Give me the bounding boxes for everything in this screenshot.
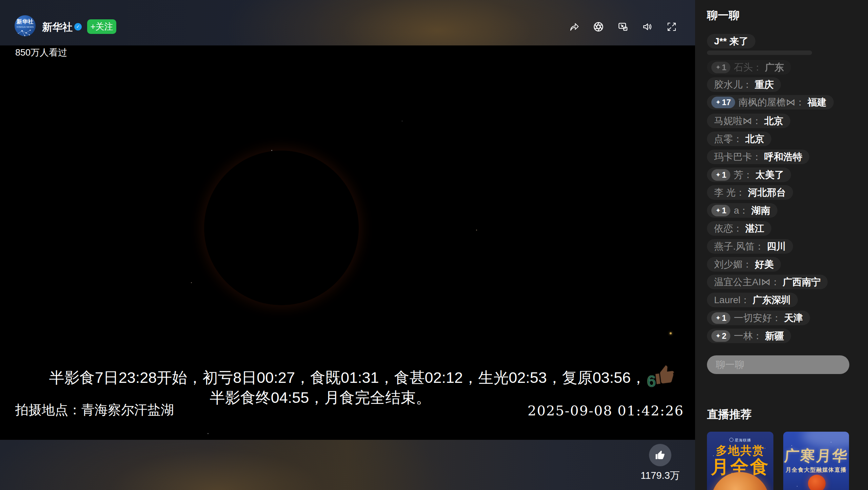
player-header: 新华社 XINHUA NEWS 新华社 ✓ +关注 [0,0,695,45]
channel-name[interactable]: 新华社 [42,20,73,34]
view-count-label: 850万人看过 [15,46,67,59]
fan-level-badge: ✦1 [711,62,730,73]
chat-message: 依恋：湛江 [707,221,771,236]
chat-text: 新疆 [765,330,784,342]
chat-username: 李 光： [714,186,745,199]
card-logo: 星海联播 [707,438,773,443]
chat-message: 玛卡巴卡：呼和浩特 [707,150,809,164]
chat-username: 芳： [734,169,753,181]
chat-message: 李 光：河北邢台 [707,185,793,200]
chat-username: Laurel： [714,294,750,307]
volume-icon[interactable] [642,22,652,32]
faded-message [707,51,812,55]
chat-message: 胶水儿：重庆 [707,77,781,92]
chat-username: 一林： [734,330,762,342]
star-dot [271,150,272,151]
chat-sidebar: 聊一聊 J** 来了✦1石头：广东胶水儿：重庆✦17南枫的屋檐⋈：福建马妮啦⋈：… [695,0,868,490]
broadcast-logo-icon [729,438,733,442]
chat-message: ✦17南枫的屋檐⋈：福建 [707,95,834,110]
card-subtitle: 月全食大型融媒体直播 [783,466,849,474]
chat-text: 福建 [808,96,827,109]
star-dot [402,121,402,121]
chat-text: J** 来了 [714,35,748,48]
chat-text: 重庆 [755,78,774,91]
chat-text: 湛江 [745,222,764,235]
star-dot [191,282,192,283]
fullscreen-icon[interactable] [667,22,677,32]
chat-message: ✦1a：湖南 [707,203,777,218]
chat-message: 马妮啦⋈：北京 [707,114,790,128]
chat-username: a： [734,204,749,217]
chat-text: 广西南宁 [783,276,821,289]
chat-username: 马妮啦⋈： [714,115,762,128]
follow-button[interactable]: +关注 [87,19,116,34]
chat-message: ✦2一林：新疆 [707,329,791,343]
chat-message: ✦1芳：太美了 [707,168,791,182]
avatar-text-cn: 新华社 [15,18,36,25]
chat-message: J** 来了 [707,34,755,48]
fan-level-badge: ✦1 [711,205,730,216]
video-timestamp: 2025-09-08 01:42:26 [528,403,684,418]
star-dot [670,332,672,334]
chat-username: 胶水儿： [714,78,752,91]
chat-input[interactable] [707,355,849,374]
blood-moon-image [204,151,359,305]
like-count-label: 1179.3万 [626,469,694,483]
chat-text: 河北邢台 [748,186,786,199]
player-footer: 1179.3万 [0,440,695,490]
recommend-card-guanghan-moon[interactable]: 广寒月华 月全食大型融媒体直播 [783,432,849,490]
chat-message: 刘少媚：好美 [707,257,781,272]
shooting-location-label: 拍摄地点：青海察尔汗盐湖 [15,401,174,419]
card-moon-image [808,475,826,490]
share-icon[interactable] [569,22,579,32]
like-button[interactable] [649,444,671,466]
chat-text: 北京 [764,115,783,128]
video-area[interactable]: 850万人看过 半影食7日23:28开始，初亏8日00:27，食既01:31，食… [0,45,695,440]
fan-level-badge: ✦17 [711,97,735,108]
subtitle-line-1: 半影食7日23:28开始，初亏8日00:27，食既01:31，食甚02:12，生… [0,368,695,388]
chat-username: 燕子.风笛： [714,240,764,253]
player-toolbar [569,22,677,32]
chat-message: 点零：北京 [707,132,771,146]
fan-level-badge: ✦1 [711,312,730,324]
chat-username: 刘少媚： [714,258,752,271]
verified-badge-icon: ✓ [74,23,82,31]
aperture-icon[interactable] [593,22,604,32]
picture-in-picture-icon[interactable] [618,22,628,32]
recommend-card-lunar-eclipse[interactable]: 星海联播 多地共赏 月全食 [707,432,773,490]
channel-avatar[interactable]: 新华社 XINHUA NEWS [15,15,36,36]
star-dot [208,433,209,434]
chat-text: 太美了 [755,169,784,181]
chat-text: 广东深圳 [753,294,791,307]
chat-text: 天津 [784,312,803,325]
chat-text: 广东 [765,61,784,74]
chat-message: 温宜公主AI⋈：广西南宁 [707,275,828,289]
chat-username: 玛卡巴卡： [714,151,762,163]
chat-username: 一切安好： [734,312,781,325]
star-dot [476,230,477,231]
chat-message: ✦1石头：广东 [707,60,791,75]
chat-text: 湖南 [751,204,770,217]
chat-text: 北京 [745,133,764,145]
chat-message: ✦1一切安好：天津 [707,311,810,325]
chat-username: 点零： [714,133,743,145]
floating-thumbs-up-icon [652,362,677,387]
fan-level-badge: ✦1 [711,169,730,181]
recommend-title: 直播推荐 [707,407,752,422]
chat-title: 聊一聊 [707,8,739,23]
chat-message: 燕子.风笛：四川 [707,239,793,254]
chat-message: Laurel：广东深圳 [707,293,798,307]
chat-text: 呼和浩特 [764,151,802,163]
avatar-constellation [15,27,36,36]
chat-username: 石头： [734,61,762,74]
fan-level-badge: ✦2 [711,330,730,342]
card-title: 广寒月华 [783,446,849,466]
live-player: 新华社 XINHUA NEWS 新华社 ✓ +关注 [0,0,695,490]
chat-username: 温宜公主AI⋈： [714,276,780,289]
chat-username: 南枫的屋檐⋈： [738,96,805,109]
thumbs-up-icon [655,450,666,460]
chat-text: 四川 [767,240,786,253]
chat-username: 依恋： [714,222,743,235]
chat-text: 好美 [755,258,774,271]
